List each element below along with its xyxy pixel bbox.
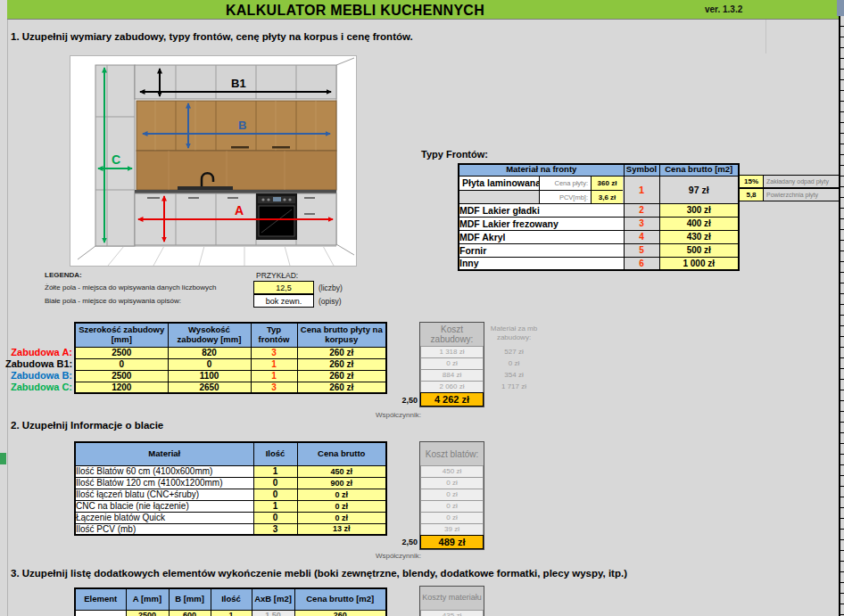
surface-input[interactable]: 5,8	[739, 188, 764, 201]
worktop-row-name[interactable]: Ilość PCV (mb)	[75, 523, 253, 535]
example-title: PRZYKŁAD:	[256, 271, 298, 280]
worktop-row-qty[interactable]: 3	[253, 523, 297, 535]
dim-a-label: A	[235, 203, 244, 218]
fronts-row-symbol: 5	[624, 243, 659, 257]
build-c-price[interactable]: 260 zł	[297, 382, 386, 393]
extras-row-b[interactable]: 600	[169, 610, 211, 616]
dim-b-label: B	[238, 119, 246, 132]
fronts-laminate-price-input[interactable]: 360 zł	[591, 177, 623, 190]
worktop-row-name[interactable]: Łączenie blatów Quick	[75, 512, 253, 523]
build-cost-total: 4 262 zł	[420, 392, 484, 407]
build-a-type[interactable]: 3	[251, 347, 297, 358]
sheet-right-row-ticks	[840, 16, 844, 616]
per-mb-value: 1 717 zł	[486, 382, 542, 391]
waste-percent-input[interactable]: 15%	[739, 175, 764, 188]
fronts-row-price[interactable]: 400 zł	[659, 217, 739, 230]
build-a-width[interactable]: 2500	[75, 347, 168, 358]
build-factor: 2,50	[384, 396, 418, 405]
fronts-laminate-pcv-input[interactable]: 3,6 zł	[591, 190, 623, 203]
build-b1-type[interactable]: 1	[251, 358, 297, 370]
build-b-height[interactable]: 1100	[168, 370, 251, 382]
countertop	[135, 190, 336, 193]
fronts-row-symbol: 6	[624, 257, 659, 270]
worktop-row-name[interactable]: Ilość Blatów 60 cm (4100x600mm)	[75, 465, 253, 477]
example-text-cell: bok zewn.	[253, 294, 314, 308]
fronts-row-price[interactable]: 300 zł	[659, 203, 739, 217]
build-c-type[interactable]: 3	[251, 382, 297, 393]
worktop-col-price: Cena brutto	[297, 442, 386, 465]
fronts-row-name[interactable]: Fornir	[459, 243, 624, 257]
worktop-row-qty[interactable]: 1	[253, 465, 297, 477]
legend-line-2: Białe pola - miejsce do wpisywania opisó…	[45, 297, 181, 305]
fronts-table-title: Typy Frontów:	[421, 149, 488, 160]
example-number-note: (liczby)	[319, 283, 343, 292]
build-a-price[interactable]: 260 zł	[297, 347, 386, 358]
extras-cost-value: 435 zł	[420, 610, 484, 616]
example-number-cell: 12,5	[253, 281, 314, 294]
fronts-row-price[interactable]: 430 zł	[659, 230, 739, 243]
worktop-row-price[interactable]: 13 zł	[297, 523, 386, 535]
fronts-row-name[interactable]: MDF Lakier gładki	[459, 203, 624, 217]
worktop-row-price[interactable]: 450 zł	[297, 465, 386, 477]
worktop-table: Materiał Ilość Cena brutto Ilość Blatów …	[74, 441, 387, 536]
worktop-row-qty[interactable]: 1	[253, 500, 297, 512]
worktop-row-price[interactable]: 900 zł	[297, 477, 386, 489]
build-c-width[interactable]: 1200	[75, 382, 168, 393]
wood-upper-cabinets	[137, 101, 336, 151]
build-b1-height[interactable]: 0	[168, 358, 251, 370]
fronts-row-name[interactable]: MDF Akryl	[459, 230, 624, 243]
fronts-row-price[interactable]: 500 zł	[659, 243, 739, 257]
section-2-title: 2. Uzupełnij Informacje o blacie	[11, 420, 163, 431]
extras-row-element[interactable]	[75, 610, 126, 616]
sheet-left-gridline	[7, 20, 8, 616]
dim-c-label: C	[112, 152, 120, 167]
extras-row-a[interactable]: 2500	[126, 610, 169, 616]
extras-row-price[interactable]: 260	[294, 610, 386, 616]
example-text-note: (opisy)	[319, 297, 342, 306]
fronts-laminate-symbol: 1	[624, 176, 659, 203]
build-col-price: Cena brutto płyty na korpusy	[297, 323, 386, 347]
fronts-laminate-name[interactable]: Płyta laminowana	[459, 177, 539, 190]
fronts-laminate-price-label: Cena płyty:	[539, 177, 591, 190]
fronts-row-name[interactable]: MDF Lakier frezowany	[459, 217, 624, 230]
build-col-height: Wysokość zabudowy [mm]	[168, 323, 251, 347]
worktop-row-name[interactable]: CNC na blacie (nie łączenie)	[75, 500, 253, 512]
row-label-zabudowa-b1: Zabudowa B1:	[5, 358, 72, 370]
worktop-row-qty[interactable]: 0	[253, 477, 297, 489]
waste-percent-label: Zakładany odpad płyty	[764, 175, 839, 188]
build-b-width[interactable]: 2500	[75, 370, 168, 382]
build-b-type[interactable]: 1	[251, 370, 297, 382]
fronts-row-name-inny[interactable]: Inny	[459, 257, 624, 270]
per-mb-value: 354 zł	[486, 371, 542, 380]
section-3-title: 3. Uzupełnij listę dodatkowych elementów…	[11, 568, 627, 579]
build-c-height[interactable]: 2650	[168, 382, 251, 393]
left-edge-cell	[0, 453, 6, 464]
spreadsheet-page: KALKULATOR MEBLI KUCHENNYCH ver. 1.3.2 1…	[0, 0, 844, 616]
worktop-row-name[interactable]: Ilość Blatów 120 cm (4100x1200mm)	[75, 477, 253, 489]
worktop-row-price[interactable]: 0 zł	[297, 489, 386, 500]
fronts-row-symbol: 2	[624, 203, 659, 217]
worktop-row-qty[interactable]: 0	[253, 512, 297, 523]
row-label-zabudowa-c: Zabudowa C:	[5, 382, 72, 393]
worktop-row-qty[interactable]: 0	[253, 489, 297, 500]
worktop-row-name[interactable]: Ilość łączeń blatu (CNC+śruby)	[75, 489, 253, 500]
extras-row-axb: 1,50	[252, 610, 294, 616]
build-cost-value: 1 318 zł	[420, 346, 484, 357]
row-label-zabudowa-a: Zabudowa A:	[5, 347, 72, 358]
build-b1-price[interactable]: 260 zł	[297, 358, 386, 370]
fronts-row-price[interactable]: 1 000 zł	[659, 257, 739, 270]
oven	[256, 193, 297, 240]
worktop-cost-value: 0 zł	[420, 500, 484, 512]
build-b1-width[interactable]: 0	[75, 358, 168, 370]
fronts-col-symbol: Symbol	[624, 164, 659, 176]
build-b-price[interactable]: 260 zł	[297, 370, 386, 382]
row-label-zabudowa-b: Zabudowa B:	[5, 370, 72, 382]
build-cost-value: 0 zł	[420, 357, 484, 369]
worktop-row-price[interactable]: 0 zł	[297, 512, 386, 523]
extras-col-element: Element	[75, 588, 126, 610]
build-col-width: Szerokość zabudowy [mm]	[75, 323, 168, 347]
worktop-row-price[interactable]: 0 zł	[297, 500, 386, 512]
extras-row-qty[interactable]: 1	[211, 610, 252, 616]
surface-label: Powierzchnia płyty	[764, 188, 839, 201]
build-a-height[interactable]: 820	[168, 347, 251, 358]
